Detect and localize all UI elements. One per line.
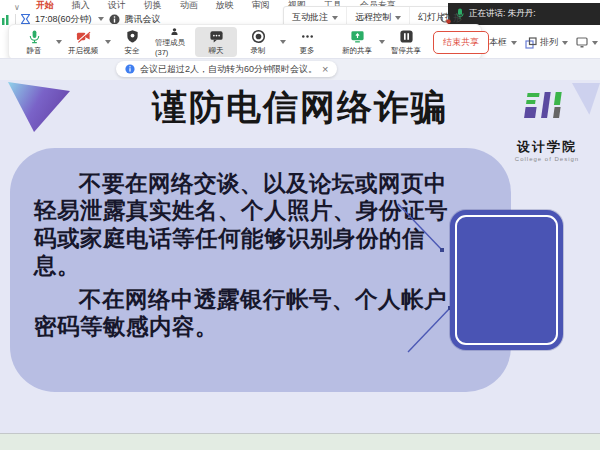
ribbon-tab-insert[interactable]: 插入	[70, 0, 92, 12]
ribbon-tab-transitions[interactable]: 切换	[142, 0, 164, 12]
notice-strip: 会议已超过2人，自动转为60分钟限时会议。 ×	[0, 58, 600, 81]
logo-name: 设计学院	[502, 138, 592, 156]
bottom-strip	[0, 433, 600, 450]
arrange-tool[interactable]: 排列	[525, 36, 568, 49]
image-placeholder-card	[450, 210, 563, 350]
hourglass-icon	[21, 14, 30, 25]
more-label: 更多	[300, 46, 315, 56]
new-share-button-wrap: 新的共享	[336, 27, 385, 57]
mic-icon	[27, 29, 42, 44]
card-inner-border	[455, 215, 558, 345]
mute-button[interactable]: 静音	[13, 27, 55, 57]
screen-share-icon	[350, 29, 365, 44]
design-college-logo-icon	[524, 90, 570, 132]
ribbon-tab-animation[interactable]: 动画	[178, 0, 200, 12]
chevron-down-icon	[511, 41, 517, 45]
notice-text: 会议已超过2人，自动转为60分钟限时会议。	[140, 63, 317, 76]
shield-icon	[125, 29, 140, 44]
logo-subtitle: College of Design	[502, 156, 592, 162]
annotation-label: 互动批注	[292, 11, 328, 24]
record-label: 录制	[251, 46, 266, 56]
arrange-label: 排列	[540, 36, 558, 49]
tencent-meeting-screenshare-window: ∨ 开始 插入 设计 切换 动画 放映 审阅 视图 工具 会员专享 17:08(…	[0, 0, 600, 450]
more-dots-icon	[300, 29, 315, 44]
speaking-text: 正在讲话: 朱丹丹:	[469, 8, 536, 20]
chat-icon	[209, 29, 224, 44]
chevron-down-icon	[562, 41, 568, 45]
camera-off-icon	[76, 29, 91, 44]
presentation-slide: 谨防电信网络诈骗 设计学院 College of Design 不要在网络交谈、…	[0, 80, 600, 433]
new-share-button[interactable]: 新的共享	[336, 27, 378, 57]
body-paragraph-2: 不在网络中透露银行帐号、个人帐户密码等敏感内容。	[34, 286, 462, 341]
new-share-label: 新的共享	[342, 46, 372, 56]
pause-icon	[399, 29, 414, 44]
timer-caret-icon[interactable]	[98, 17, 104, 21]
monitor-tool[interactable]	[576, 37, 598, 48]
chevron-down-icon	[332, 16, 338, 20]
chevron-down-icon	[592, 41, 598, 45]
speaking-banner: 正在讲话: 朱丹丹:	[448, 3, 600, 25]
more-button[interactable]: 更多	[286, 27, 328, 57]
monitor-icon	[576, 37, 588, 48]
ribbon-tab-slideshow[interactable]: 放映	[214, 0, 236, 12]
person-icon	[167, 27, 182, 36]
video-button-wrap: 开启视频	[62, 27, 111, 57]
mute-label: 静音	[27, 46, 42, 56]
shape-icon	[440, 13, 451, 24]
manage-members-button[interactable]: 管理成员(37)	[153, 27, 195, 57]
body-paragraph-1: 不要在网络交谈、以及论坛或网页中轻易泄露真实姓名、个人照片、身份证号码或家庭电话…	[34, 170, 462, 280]
ribbon-tab-home[interactable]: 开始	[34, 0, 56, 12]
record-icon	[251, 29, 266, 44]
video-label: 开启视频	[68, 46, 98, 56]
meeting-limit-notice: 会议已超过2人，自动转为60分钟限时会议。 ×	[116, 61, 337, 77]
ribbon-tab-design[interactable]: 设计	[106, 0, 128, 12]
arrange-icon	[525, 37, 537, 49]
signal-bars-icon	[2, 14, 10, 25]
app-header: ∨ 开始 插入 设计 切换 动画 放映 审阅 视图 工具 会员专享 17:08(…	[0, 0, 600, 58]
remote-control-label: 远程控制	[355, 11, 391, 24]
pause-share-label: 暂停共享	[391, 46, 421, 56]
meeting-toolbar: 静音 开启视频	[8, 24, 482, 60]
pause-share-button[interactable]: 暂停共享	[385, 27, 427, 57]
record-button-wrap: 录制	[237, 27, 286, 57]
info-icon	[125, 64, 135, 74]
chat-label: 聊天	[209, 46, 224, 56]
ribbon-tab-review[interactable]: 审阅	[250, 0, 272, 12]
end-share-button[interactable]: 结束共享	[433, 31, 489, 54]
content-panel: 不要在网络交谈、以及论坛或网页中轻易泄露真实姓名、个人照片、身份证号码或家庭电话…	[10, 148, 511, 392]
chat-button[interactable]: 聊天	[195, 27, 237, 57]
mute-button-wrap: 静音	[13, 27, 62, 57]
record-button[interactable]: 录制	[237, 27, 279, 57]
college-logo: 设计学院 College of Design	[502, 90, 592, 162]
close-icon[interactable]: ×	[322, 65, 328, 74]
info-circle-icon	[109, 14, 120, 25]
members-label: 管理成员(37)	[155, 38, 193, 57]
ribbon-collapse-caret-icon[interactable]: ∨	[14, 3, 20, 12]
start-video-button[interactable]: 开启视频	[62, 27, 104, 57]
chevron-down-icon	[395, 16, 401, 20]
divider	[15, 14, 16, 24]
security-label: 安全	[125, 46, 140, 56]
security-button[interactable]: 安全	[111, 27, 153, 57]
